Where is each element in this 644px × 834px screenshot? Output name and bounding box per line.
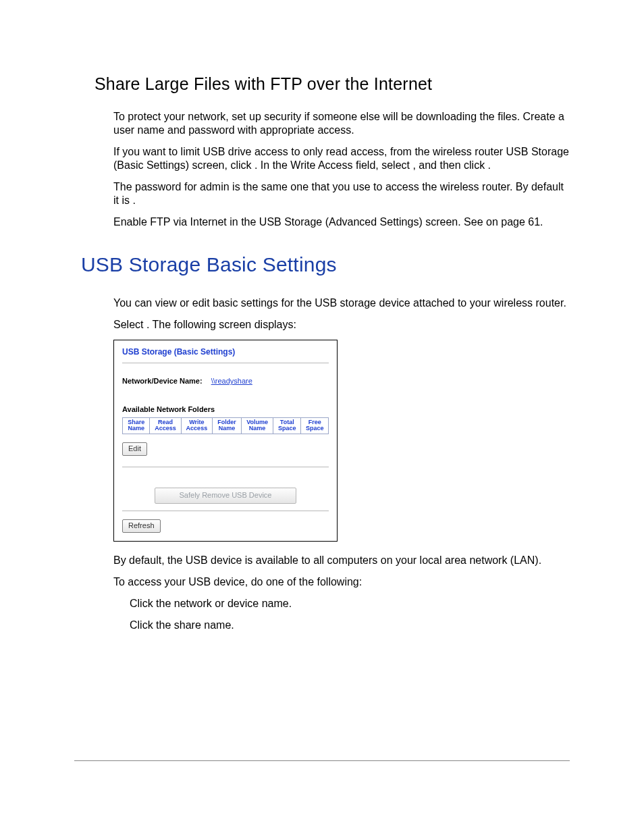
device-name-label: Network/Device Name: <box>122 377 203 385</box>
usb-select-line: Select . The following screen displays: <box>113 318 570 332</box>
col-volume-name: Volume Name <box>241 417 273 434</box>
bullet-icon <box>113 597 123 610</box>
col-total-space: Total Space <box>273 417 301 434</box>
ftp-step-4: Enable FTP via Internet in the USB Stora… <box>113 215 570 229</box>
ftp-step-2: If you want to limit USB drive access to… <box>113 145 570 172</box>
ftp-heading: Share Large Files with FTP over the Inte… <box>95 74 570 94</box>
document-page: Share Large Files with FTP over the Inte… <box>0 0 644 834</box>
usb-access-intro: To access your USB device, do one of the… <box>113 575 570 589</box>
edit-button[interactable]: Edit <box>122 442 147 456</box>
folders-heading: Available Network Folders <box>122 405 329 415</box>
usb-settings-screenshot: USB Storage (Basic Settings) Network/Dev… <box>113 340 338 542</box>
col-share-name: Share Name <box>123 417 150 434</box>
col-read-access: Read Access <box>150 417 181 434</box>
refresh-button[interactable]: Refresh <box>122 519 161 533</box>
access-item-2: Click the share name. <box>130 619 234 632</box>
safely-remove-button[interactable]: Safely Remove USB Device <box>155 488 297 504</box>
list-item: Click the network or device name. <box>113 597 570 610</box>
access-item-1: Click the network or device name. <box>130 597 292 610</box>
device-name-row: Network/Device Name: \\readyshare <box>122 377 329 386</box>
col-free-space: Free Space <box>301 417 329 434</box>
folders-table: Share Name Read Access Write Access Fold… <box>122 417 329 435</box>
usb-basic-body: You can view or edit basic settings for … <box>113 296 570 632</box>
usb-intro: You can view or edit basic settings for … <box>113 296 570 310</box>
shot-title: USB Storage (Basic Settings) <box>122 347 329 357</box>
ftp-step-3: The password for admin is the same one t… <box>113 180 570 207</box>
col-write-access: Write Access <box>181 417 212 434</box>
device-name-link[interactable]: \\readyshare <box>211 377 252 385</box>
footer-divider <box>74 760 570 761</box>
ftp-step-1: To protect your network, set up security… <box>113 110 570 137</box>
ftp-steps: To protect your network, set up security… <box>113 110 570 229</box>
usb-default-note: By default, the USB device is available … <box>113 554 570 567</box>
col-folder-name: Folder Name <box>213 417 242 434</box>
bullet-icon <box>113 619 123 632</box>
divider <box>122 363 329 363</box>
usb-basic-heading: USB Storage Basic Settings <box>81 253 570 276</box>
list-item: Click the share name. <box>113 619 570 632</box>
